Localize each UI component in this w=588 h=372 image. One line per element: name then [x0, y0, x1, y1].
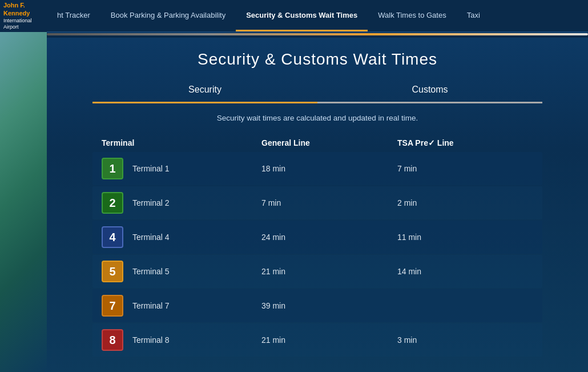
- nav-item-walk-times[interactable]: Walk Times to Gates: [368, 0, 456, 31]
- nav-item-taxi[interactable]: Taxi: [457, 0, 490, 31]
- general-wait-time: 18 min: [261, 164, 397, 173]
- tab-security[interactable]: Security: [92, 78, 317, 103]
- terminal-badge: 2: [102, 192, 123, 214]
- progress-bar-container: [47, 33, 588, 38]
- col-general: General Line: [261, 138, 397, 147]
- nav-item-flight-tracker[interactable]: ht Tracker: [47, 0, 100, 31]
- terminal-cell: 1 Terminal 1: [102, 158, 261, 179]
- top-nav: John F. Kennedy International Airport ht…: [47, 0, 588, 32]
- subtitle-text: Security wait times are calculated and u…: [47, 103, 588, 128]
- main-content: John F. Kennedy International Airport ht…: [47, 0, 588, 372]
- table-header: Terminal General Line TSA Pre✓ Line: [92, 134, 542, 152]
- terminal-name: Terminal 5: [132, 267, 170, 276]
- tsa-wait-time: 11 min: [397, 233, 533, 242]
- general-wait-time: 21 min: [261, 267, 397, 276]
- tab-customs[interactable]: Customs: [317, 78, 542, 103]
- col-terminal: Terminal: [102, 138, 261, 147]
- terminal-name: Terminal 2: [132, 198, 170, 207]
- general-wait-time: 24 min: [261, 233, 397, 242]
- terminal-badge: 8: [102, 329, 123, 351]
- nav-item-security[interactable]: Security & Customs Wait Times: [236, 0, 368, 31]
- tsa-wait-time: 3 min: [397, 335, 533, 345]
- terminal-cell: 4 Terminal 4: [102, 226, 261, 248]
- terminal-badge: 7: [102, 295, 123, 317]
- tsa-wait-time: 2 min: [397, 198, 533, 207]
- nav-item-parking[interactable]: Book Parking & Parking Availability: [100, 0, 236, 31]
- terminal-badge: 5: [102, 261, 123, 282]
- terminal-cell: 7 Terminal 7: [102, 295, 261, 317]
- left-photo: [0, 0, 47, 372]
- terminal-badge: 1: [102, 158, 123, 179]
- terminal-cell: 2 Terminal 2: [102, 192, 261, 214]
- nav-items: ht Tracker Book Parking & Parking Availa…: [47, 0, 490, 31]
- col-tsa: TSA Pre✓ Line: [397, 138, 533, 147]
- terminal-name: Terminal 8: [132, 335, 170, 345]
- table-body: 1 Terminal 1 18 min 7 min 2 Terminal 2 7…: [92, 152, 542, 357]
- table-row: 4 Terminal 4 24 min 11 min: [92, 221, 542, 254]
- wait-table: Terminal General Line TSA Pre✓ Line 1 Te…: [92, 134, 542, 357]
- tsa-wait-time: 7 min: [397, 164, 533, 173]
- table-row: 8 Terminal 8 21 min 3 min: [92, 323, 542, 357]
- airport-logo: John F. Kennedy International Airport: [0, 0, 47, 32]
- terminal-name: Terminal 7: [132, 301, 170, 310]
- page-title: Security & Customs Wait Times: [47, 38, 588, 78]
- tab-container: Security Customs: [92, 78, 542, 103]
- tsa-wait-time: 14 min: [397, 267, 533, 276]
- terminal-badge: 4: [102, 226, 123, 248]
- terminal-cell: 5 Terminal 5: [102, 261, 261, 282]
- general-wait-time: 21 min: [261, 335, 397, 345]
- table-row: 1 Terminal 1 18 min 7 min: [92, 152, 542, 185]
- progress-bar: [47, 33, 588, 35]
- terminal-cell: 8 Terminal 8: [102, 329, 261, 351]
- table-row: 5 Terminal 5 21 min 14 min: [92, 255, 542, 288]
- table-row: 7 Terminal 7 39 min: [92, 289, 542, 322]
- table-row: 2 Terminal 2 7 min 2 min: [92, 186, 542, 219]
- airport-subtitle: International Airport: [3, 18, 43, 31]
- terminal-name: Terminal 1: [132, 164, 170, 173]
- airport-name: John F. Kennedy: [3, 1, 43, 18]
- terminal-name: Terminal 4: [132, 233, 170, 242]
- general-wait-time: 39 min: [261, 301, 397, 310]
- general-wait-time: 7 min: [261, 198, 397, 207]
